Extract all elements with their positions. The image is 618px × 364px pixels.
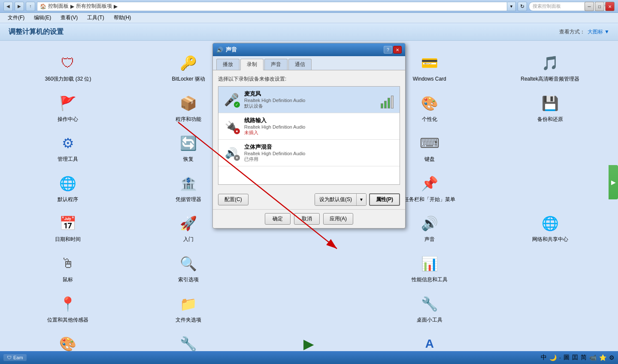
grid-item-empty8 (491, 250, 609, 287)
taskbar-icon-box[interactable]: 囯 (572, 354, 578, 361)
grid-item-location[interactable]: 📍 位置和其他传感器 (9, 290, 127, 327)
grid-item-autoplay[interactable]: ▶ 自动播放 (250, 330, 369, 351)
label-folder-options: 文件夹选项 (176, 317, 201, 324)
dialog-body: 选择以下录制设备来修改设置: 🎤 ✓ 麦克风 Realtek High Defi… (213, 70, 405, 190)
taskbar-icon-video[interactable]: 📹 (589, 354, 597, 361)
grid-item-font[interactable]: A 字体 (370, 330, 489, 351)
icon-performance: 📊 (419, 253, 440, 274)
device-status-linein: 未插入 (244, 129, 395, 136)
up-button[interactable]: ↑ (26, 2, 35, 11)
dialog-controls: ? ✕ (384, 46, 402, 54)
configure-button[interactable]: 配置(C) (218, 194, 248, 205)
page-title: 调整计算机的设置 (9, 27, 64, 36)
cancel-button[interactable]: 取消 (294, 213, 320, 225)
forward-button[interactable]: ▶ (15, 2, 24, 11)
grid-item-gadgets[interactable]: 🔧 桌面小工具 (370, 290, 489, 327)
menu-file[interactable]: 文件(F) (3, 13, 29, 22)
title-bar: ◀ ▶ ↑ 🏠 控制面板 ▶ 所有控制面板项 ▶ ▼ ↻ 搜索控制面板 🔍 ─ … (0, 0, 618, 13)
grid-item-datetime[interactable]: 📅 日期和时间 (9, 210, 127, 247)
device-info-microphone: 麦克风 Realtek High Definition Audio 默认设备 (244, 90, 376, 109)
properties-button[interactable]: 属性(P) (369, 193, 400, 206)
device-list: 🎤 ✓ 麦克风 Realtek High Definition Audio 默认… (218, 86, 400, 185)
grid-item-network[interactable]: 🌐 网络和共享中心 (491, 210, 609, 247)
menu-help[interactable]: 帮助(H) (109, 13, 136, 22)
ok-button[interactable]: 确定 (265, 213, 291, 225)
taskbar-icon-star[interactable]: ⭐ (599, 354, 606, 361)
address-part2: 所有控制面板项 (76, 3, 112, 10)
apply-button[interactable]: 应用(A) (323, 213, 353, 225)
taskbar-icon-jian[interactable]: 简 (581, 354, 587, 361)
device-item-stereomix[interactable]: 🔊 ● 立体声混音 Realtek High Definition Audio … (218, 140, 400, 166)
device-driver-microphone: Realtek High Definition Audio (244, 98, 376, 103)
menu-edit[interactable]: 编辑(E) (30, 13, 55, 22)
view-value[interactable]: 大图标 ▼ (588, 28, 609, 36)
icon-programs: 📦 (178, 93, 199, 114)
address-dropdown-button[interactable]: ▼ (507, 2, 516, 11)
tab-playback[interactable]: 播放 (216, 59, 239, 70)
scroll-indicator[interactable]: ▶ (609, 165, 618, 199)
tab-communication[interactable]: 通信 (288, 59, 312, 70)
grid-item-mouse[interactable]: 🖱 鼠标 (9, 250, 127, 287)
grid-item-empty5 (491, 170, 609, 207)
menu-tools[interactable]: 工具(T) (83, 13, 108, 22)
icon-action-center: 🚩 (58, 93, 78, 114)
icon-indexing: 🔍 (178, 253, 199, 274)
grid-item-management[interactable]: ⚙ 管理工具 (9, 129, 127, 166)
set-default-button[interactable]: 设为默认值(S) (315, 194, 356, 205)
label-credential: 凭据管理器 (176, 196, 201, 203)
menu-view[interactable]: 查看(V) (56, 13, 82, 22)
label-network: 网络和共享中心 (532, 236, 568, 243)
taskbar-item-eam[interactable]: 🛡 Eam (3, 354, 27, 361)
grid-item-folder-options[interactable]: 📁 文件夹选项 (129, 290, 248, 327)
tab-sound[interactable]: 声音 (264, 59, 288, 70)
taskbar-icon-zh[interactable]: 中 (541, 354, 547, 361)
minimize-button[interactable]: ─ (585, 2, 594, 11)
icon-autoplay: ▶ (299, 334, 319, 351)
grid-item-backup[interactable]: 💾 备份和还原 (491, 90, 609, 126)
dialog-footer-actions: 配置(C) 设为默认值(S) ▼ 属性(P) (213, 190, 405, 209)
device-status-stereomix: 已停用 (244, 156, 395, 162)
label-datetime: 日期和时间 (55, 236, 81, 243)
close-button[interactable]: ✕ (605, 2, 615, 11)
taskbar-icon-img[interactable]: 圖 (563, 354, 570, 361)
set-default-arrow-button[interactable]: ▼ (356, 194, 366, 205)
device-name-stereomix: 立体声混音 (244, 143, 395, 151)
dialog-close-button[interactable]: ✕ (393, 46, 402, 54)
icon-personalization: 🎨 (419, 93, 440, 114)
refresh-button[interactable]: ↻ (518, 2, 527, 11)
grid-item-indexing[interactable]: 🔍 索引选项 (129, 250, 248, 287)
taskbar-icon-moon[interactable]: 🌙 (549, 354, 557, 361)
dialog-title-label: 声音 (226, 46, 237, 54)
device-item-microphone[interactable]: 🎤 ✓ 麦克风 Realtek High Definition Audio 默认… (218, 87, 400, 113)
taskbar-icon-gear[interactable]: ⚙ (609, 354, 615, 361)
icon-sound: 🔊 (419, 213, 440, 234)
taskbar-item-label: Eam (13, 355, 23, 360)
device-driver-stereomix: Realtek High Definition Audio (244, 151, 395, 156)
dialog-title-icon: 🔊 (216, 47, 223, 53)
grid-item-performance[interactable]: 📊 性能信息和工具 (370, 250, 489, 287)
grid-item-troubleshoot[interactable]: 🔧 疑难解答 (129, 330, 248, 351)
dialog-confirm-footer: 确定 取消 应用(A) (213, 209, 405, 228)
grid-item-360[interactable]: 🛡 360强力卸载 (32 位) (9, 49, 127, 86)
device-name-linein: 线路输入 (244, 117, 395, 124)
address-separator1: ▶ (70, 3, 74, 9)
taskbar-icon-dot[interactable]: · (559, 354, 561, 361)
tab-record[interactable]: 录制 (240, 59, 264, 70)
device-driver-linein: Realtek High Definition Audio (244, 124, 395, 129)
dialog-help-button[interactable]: ? (384, 46, 392, 54)
page-header: 调整计算机的设置 查看方式： 大图标 ▼ (0, 24, 618, 41)
grid-item-color[interactable]: 🎨 颜色管理 (9, 330, 127, 351)
icon-recovery: 🔄 (178, 133, 199, 153)
grid-item-action-center[interactable]: 🚩 操作中心 (9, 90, 127, 126)
grid-item-default-programs[interactable]: 🌐 默认程序 (9, 170, 127, 207)
icon-windows-card: 💳 (419, 53, 440, 73)
grid-item-realtek[interactable]: 🎵 Realtek高清晰音频管理器 (491, 49, 609, 86)
device-icon-linein: 🔌 ● (223, 118, 240, 135)
device-item-linein[interactable]: 🔌 ● 线路输入 Realtek High Definition Audio 未… (218, 113, 400, 140)
address-bar[interactable]: 🏠 控制面板 ▶ 所有控制面板项 ▶ (37, 2, 507, 11)
label-realtek: Realtek高清晰音频管理器 (521, 76, 579, 83)
default-badge-microphone: ✓ (234, 102, 240, 108)
label-action-center: 操作中心 (58, 116, 78, 123)
maximize-button[interactable]: □ (595, 2, 604, 11)
back-button[interactable]: ◀ (3, 2, 13, 11)
